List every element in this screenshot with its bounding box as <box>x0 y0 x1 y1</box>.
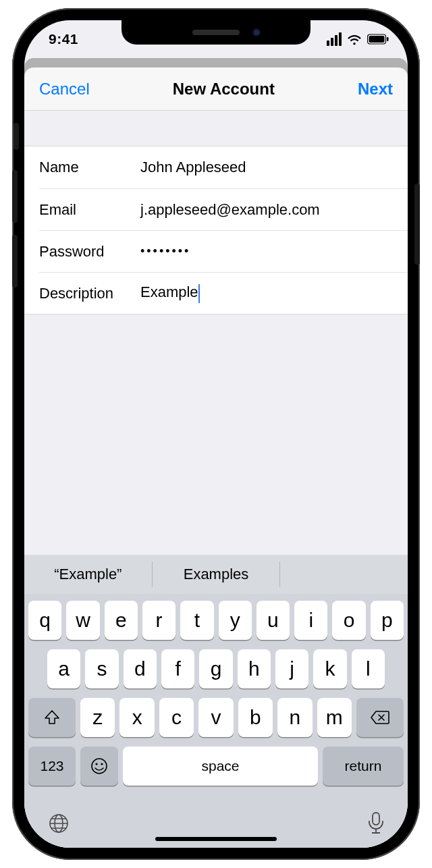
svg-rect-2 <box>387 37 389 41</box>
next-button[interactable]: Next <box>358 80 393 99</box>
battery-icon <box>367 34 389 45</box>
key-w[interactable]: w <box>66 601 99 640</box>
key-i[interactable]: i <box>294 601 327 640</box>
keyboard: “Example” Examples q w e r t y u i o p <box>24 555 408 848</box>
backspace-icon <box>370 710 390 725</box>
key-n[interactable]: n <box>277 698 312 737</box>
home-indicator[interactable] <box>155 837 277 841</box>
password-label: Password <box>39 243 140 261</box>
description-value: Example <box>140 283 198 300</box>
cancel-button[interactable]: Cancel <box>39 80 90 99</box>
return-key[interactable]: return <box>323 747 404 786</box>
description-field[interactable]: Example <box>140 283 393 302</box>
svg-point-3 <box>92 759 107 774</box>
dictation-key[interactable] <box>367 811 385 836</box>
key-r[interactable]: r <box>142 601 176 640</box>
key-z[interactable]: z <box>80 698 115 737</box>
key-p[interactable]: p <box>371 601 404 640</box>
key-k[interactable]: k <box>313 649 346 688</box>
section-gap <box>24 111 408 146</box>
svg-rect-9 <box>373 813 379 825</box>
name-label: Name <box>39 159 140 176</box>
emoji-key[interactable] <box>80 747 118 786</box>
predictive-bar: “Example” Examples <box>24 555 408 594</box>
predictive-suggestion-1[interactable]: “Example” <box>24 555 152 594</box>
key-t[interactable]: t <box>180 601 213 640</box>
key-e[interactable]: e <box>105 601 138 640</box>
text-cursor <box>198 284 200 303</box>
wifi-icon <box>346 32 362 46</box>
key-b[interactable]: b <box>238 698 273 737</box>
key-f[interactable]: f <box>161 649 194 688</box>
keyboard-bottom-bar <box>24 799 408 836</box>
space-key[interactable]: space <box>123 747 318 786</box>
key-o[interactable]: o <box>332 601 365 640</box>
password-field[interactable]: •••••••• <box>140 244 393 259</box>
backspace-key[interactable] <box>356 698 404 737</box>
key-m[interactable]: m <box>317 698 352 737</box>
emoji-icon <box>90 757 109 776</box>
svg-point-4 <box>95 763 97 765</box>
svg-rect-1 <box>369 36 385 43</box>
key-y[interactable]: y <box>219 601 252 640</box>
status-time: 9:41 <box>49 31 78 47</box>
key-c[interactable]: c <box>159 698 194 737</box>
description-row[interactable]: Description Example <box>39 272 408 314</box>
volume-down <box>12 235 18 288</box>
key-s[interactable]: s <box>85 649 118 688</box>
key-j[interactable]: j <box>275 649 308 688</box>
mute-switch <box>14 123 19 150</box>
key-l[interactable]: l <box>352 649 385 688</box>
power-button <box>414 184 420 265</box>
password-row[interactable]: Password •••••••• <box>39 230 408 272</box>
navigation-bar: Cancel New Account Next <box>24 67 408 111</box>
email-field[interactable]: j.appleseed@example.com <box>140 201 393 219</box>
email-label: Email <box>39 201 140 219</box>
key-x[interactable]: x <box>119 698 154 737</box>
email-row[interactable]: Email j.appleseed@example.com <box>39 188 408 230</box>
key-u[interactable]: u <box>256 601 290 640</box>
key-v[interactable]: v <box>198 698 233 737</box>
key-grid: q w e r t y u i o p a s d f g h <box>24 594 408 799</box>
shift-icon <box>43 709 61 726</box>
account-form: Name John Appleseed Email j.appleseed@ex… <box>24 146 408 315</box>
notch <box>122 20 310 45</box>
shift-key[interactable] <box>28 698 76 737</box>
predictive-suggestion-3[interactable] <box>280 555 408 594</box>
key-h[interactable]: h <box>238 649 271 688</box>
name-row[interactable]: Name John Appleseed <box>24 146 408 188</box>
nav-title: New Account <box>173 80 275 99</box>
key-a[interactable]: a <box>47 649 80 688</box>
predictive-suggestion-2[interactable]: Examples <box>153 555 280 594</box>
cellular-icon <box>327 32 342 46</box>
numbers-key[interactable]: 123 <box>28 747 76 786</box>
description-label: Description <box>39 285 140 302</box>
speaker-grille <box>192 30 240 35</box>
screen: 9:41 Cancel New Account Next Name <box>24 20 408 848</box>
front-camera <box>252 28 261 36</box>
name-field[interactable]: John Appleseed <box>140 159 393 176</box>
key-d[interactable]: d <box>124 649 157 688</box>
globe-key[interactable] <box>47 812 70 835</box>
key-q[interactable]: q <box>28 601 61 640</box>
volume-up <box>12 170 18 223</box>
iphone-frame: 9:41 Cancel New Account Next Name <box>12 8 420 860</box>
svg-point-5 <box>101 763 103 765</box>
key-g[interactable]: g <box>199 649 232 688</box>
